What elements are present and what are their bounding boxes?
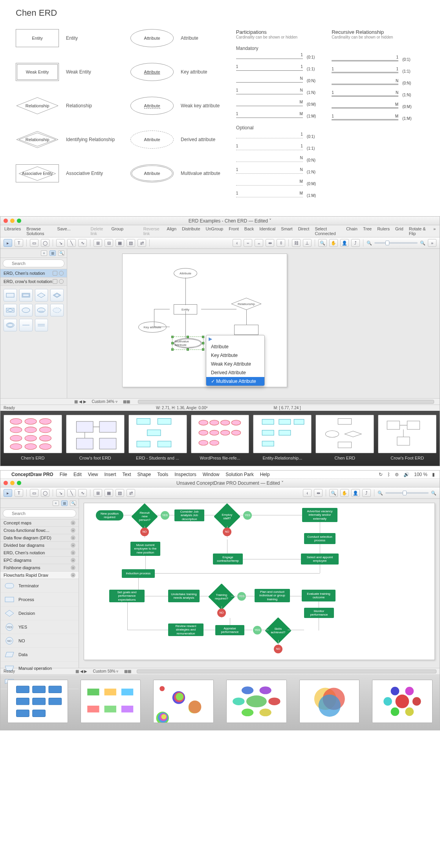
group-tool-icon[interactable]: ⊞ [94, 239, 102, 247]
stencil-identifying-relationship[interactable] [50, 289, 64, 302]
menu-item[interactable]: Direct [298, 226, 310, 236]
library-item[interactable]: Data flow diagram (DFD)× [0, 534, 79, 542]
sidebar-tab-grid-icon[interactable]: ▦ [50, 250, 56, 256]
shape-list-item[interactable]: Terminator [0, 579, 79, 593]
pointer-tool-icon[interactable]: ▸ [4, 489, 12, 497]
search-input[interactable] [3, 259, 64, 267]
library-item[interactable]: ERD, Chen's notation× [0, 549, 79, 557]
menu-item[interactable]: Select Connected [315, 226, 341, 236]
zoom-out-icon[interactable]: 🔍 [378, 491, 383, 496]
menu-item[interactable]: Chain [346, 226, 358, 236]
distribute-h-icon[interactable]: ⇹ [266, 239, 274, 247]
menu-item[interactable]: Libraries [4, 226, 21, 236]
history-icon[interactable]: ↻ [379, 472, 383, 477]
zoom-in-icon[interactable]: 🔍 [420, 241, 425, 246]
titlebar[interactable]: ERD Examples - Chen ERD — Edited ˅ [0, 217, 440, 225]
thumbnail[interactable]: WordPress file-refe... [191, 415, 249, 460]
flow-no-2[interactable]: NO [223, 528, 231, 536]
menu-item[interactable]: Rotate & Flip [409, 226, 428, 236]
horizontal-scrollbar[interactable] [138, 400, 434, 404]
menu-item[interactable]: UnGroup [206, 226, 224, 236]
ungroup-tool-icon[interactable]: ⊟ [104, 239, 113, 247]
thumbnail[interactable] [299, 680, 360, 723]
stencil-attribute[interactable] [19, 304, 33, 316]
canvas-relationship-node[interactable]: Relationship [231, 297, 262, 311]
menu-item[interactable]: Align [167, 226, 176, 236]
mac-menu-item[interactable]: Inspectors [174, 472, 196, 477]
minimize-button[interactable] [10, 481, 15, 485]
line-tool-icon[interactable]: ╲ [67, 489, 76, 497]
stencil-associative[interactable] [4, 304, 17, 316]
thumbnail[interactable]: Crow's foot ERD [66, 415, 125, 460]
zoom-slider[interactable]: 🔍 🔍 [367, 241, 425, 246]
canvas-entity2-node[interactable] [234, 325, 258, 335]
shape-tool-icon[interactable]: ▭ [30, 239, 38, 247]
flow-induction[interactable]: Induction process [122, 569, 155, 578]
context-menu-play-icon[interactable]: ▶ [206, 335, 264, 342]
volume-icon[interactable]: 🔊 [403, 472, 409, 477]
stencil-line-1[interactable] [19, 319, 33, 331]
context-menu-item[interactable]: Weak Key Attribute [206, 360, 264, 368]
shape-list-item[interactable]: YESYES [0, 620, 79, 634]
group-tool-icon[interactable]: ⊞ [94, 489, 102, 497]
flow-evaluate[interactable]: Evaluate training outcome [302, 590, 336, 601]
connector-tool-icon[interactable]: ↘ [56, 239, 65, 247]
mac-menu-item[interactable]: Window [203, 472, 220, 477]
align-icon[interactable]: ⫞ [303, 489, 312, 497]
thumbnail[interactable]: Chen ERD [315, 415, 374, 460]
drawing-canvas[interactable]: Attribute Entity Relationship Key attrib… [122, 254, 287, 387]
menu-item[interactable]: Identical [259, 226, 275, 236]
flow-no-3[interactable]: NO [217, 609, 226, 617]
mac-menu-item[interactable]: Insert [104, 472, 116, 477]
stencil-derived-attribute[interactable] [50, 304, 64, 316]
chain-icon[interactable]: ⛓ [292, 239, 301, 247]
library-item[interactable]: Flowcharts Rapid Draw× [0, 572, 79, 579]
thumbnail[interactable]: Chen's ERD [4, 415, 62, 460]
flow-consider[interactable]: Consider Job analysis Job description [174, 509, 204, 521]
zoom-out-icon[interactable]: 🔍 [367, 241, 372, 246]
sidebar-tab-grid-icon[interactable]: ▦ [61, 500, 68, 506]
flow-no-1[interactable]: NO [140, 528, 149, 536]
mac-menu-item[interactable]: Tools [157, 472, 168, 477]
library-item[interactable]: Concept maps× [0, 519, 79, 527]
thumbnail[interactable] [81, 680, 141, 723]
maximize-button[interactable] [17, 481, 21, 485]
front-tool-icon[interactable]: ▦ [116, 239, 124, 247]
context-menu-item[interactable]: Derived Attribute [206, 368, 264, 377]
curve-tool-icon[interactable]: ∿ [78, 239, 87, 247]
hand-icon[interactable]: ✋ [340, 489, 349, 497]
zoom-in-icon[interactable]: 🔍 [318, 239, 327, 247]
stencil-weak-entity[interactable] [19, 289, 33, 302]
menu-item[interactable]: Front [229, 226, 239, 236]
search-input-2[interactable] [3, 509, 76, 517]
zoom-slider-2[interactable]: 🔍 🔍 [378, 491, 436, 496]
stencil-key-attribute[interactable] [35, 304, 48, 316]
thumbnail[interactable]: Crow's Foot ERD [378, 415, 436, 460]
align-center-icon[interactable]: ⫟ [244, 239, 252, 247]
menu-item[interactable]: Browse Solutions [26, 226, 51, 236]
close-button[interactable] [4, 481, 8, 485]
canvas-attribute-node[interactable]: Attribute [174, 268, 197, 278]
flow-review-reward[interactable]: Review reward strategies and remuneratio… [168, 623, 204, 636]
context-menu-item[interactable]: Key Attribute [206, 351, 264, 360]
menu-item[interactable]: Group [111, 226, 123, 236]
flow-move-employee[interactable]: Move current employee to the new positio… [130, 542, 160, 556]
mac-menu-item[interactable]: File [60, 472, 67, 477]
expand-icon[interactable]: » [433, 226, 436, 236]
curve-tool-icon[interactable]: ∿ [78, 489, 87, 497]
pointer-tool-icon[interactable]: ▸ [4, 239, 12, 247]
menu-item[interactable]: Save... [57, 226, 71, 236]
expand-icon[interactable]: » [428, 239, 436, 247]
context-menu-item[interactable]: Attribute [206, 342, 264, 351]
flow-appraise[interactable]: Appraise performance [215, 625, 244, 635]
sidebar-tab-list-icon[interactable]: ≡ [41, 250, 47, 256]
flow-advertise[interactable]: Advertise vacancy internally and/or exte… [302, 508, 337, 522]
text-tool-icon[interactable]: T [15, 239, 23, 247]
sidebar-tab-search-icon[interactable]: 🔍 [58, 250, 64, 256]
flow-plan-training[interactable]: Plan and conduct individual or group tra… [255, 589, 290, 602]
align-right-icon[interactable]: ⫠ [255, 239, 263, 247]
connector-tool-icon[interactable]: ↘ [56, 489, 65, 497]
bluetooth-icon[interactable]: ᛒ [387, 472, 390, 477]
library-item[interactable]: Cross-functional flowc...× [0, 527, 79, 534]
ellipse-tool-icon[interactable]: ◯ [41, 239, 50, 247]
